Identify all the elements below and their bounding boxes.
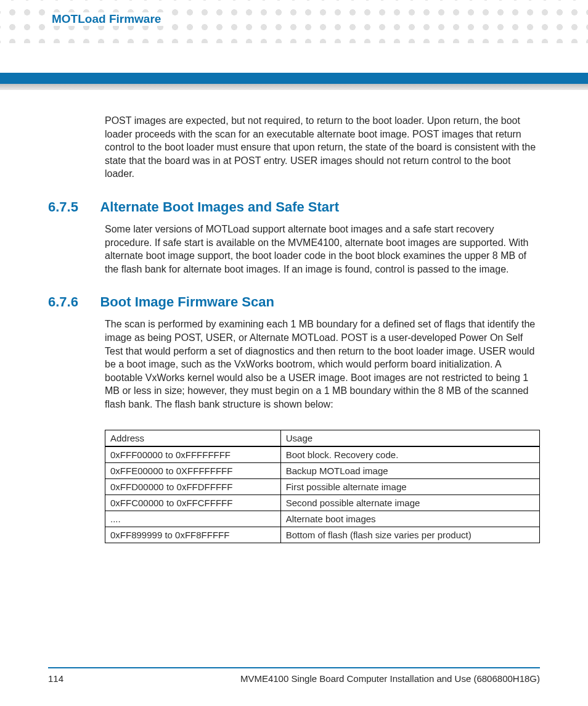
section-title: Boot Image Firmware Scan <box>100 294 274 310</box>
table-row: 0xFFC00000 to 0xFFCFFFFF Second possible… <box>105 495 540 511</box>
flash-bank-table: Address Usage 0xFFF00000 to 0xFFFFFFFF B… <box>105 430 540 543</box>
section-number: 6.7.6 <box>48 294 97 310</box>
table-header-row: Address Usage <box>105 430 540 446</box>
page-footer: 114 MVME4100 Single Board Computer Insta… <box>48 667 540 684</box>
table-row: .... Alternate boot images <box>105 511 540 527</box>
page-content: POST images are expected, but not requir… <box>105 114 540 543</box>
header-rule-blue <box>0 73 588 84</box>
table-row: 0xFFD00000 to 0xFFDFFFFF First possible … <box>105 478 540 495</box>
footer-text: MVME4100 Single Board Computer Installat… <box>240 673 540 684</box>
col-address: Address <box>105 430 281 446</box>
page-number: 114 <box>48 673 63 684</box>
intro-paragraph: POST images are expected, but not requir… <box>105 114 540 181</box>
chapter-title: MOTLoad Firmware <box>48 12 165 26</box>
section-number: 6.7.5 <box>48 199 97 215</box>
table-row: 0xFF899999 to 0xFF8FFFFF Bottom of flash… <box>105 527 540 543</box>
section-6-7-5: 6.7.5 Alternate Boot Images and Safe Sta… <box>105 199 540 215</box>
section-title: Alternate Boot Images and Safe Start <box>100 199 339 215</box>
section-para: The scan is performed by examining each … <box>105 318 540 411</box>
section-para: Some later versions of MOTLoad support a… <box>105 223 540 276</box>
table-row: 0xFFF00000 to 0xFFFFFFFF Boot block. Rec… <box>105 446 540 463</box>
section-6-7-6: 6.7.6 Boot Image Firmware Scan <box>105 294 540 310</box>
table-row: 0xFFE00000 to 0XFFFFFFFF Backup MOTLoad … <box>105 462 540 478</box>
header-rule-gray <box>0 84 588 90</box>
col-usage: Usage <box>280 430 539 446</box>
